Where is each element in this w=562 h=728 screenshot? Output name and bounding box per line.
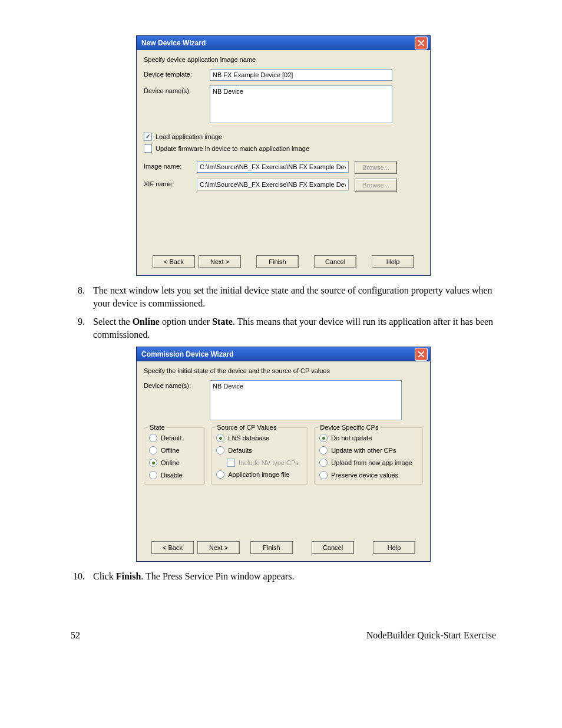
finish-button[interactable]: Finish [250, 541, 293, 554]
dialog-body: Specify device application image name De… [137, 50, 430, 275]
device-names-list[interactable]: NB Device [210, 380, 402, 420]
step-10: Click Finish. The Press Service Pin wind… [87, 570, 496, 583]
state-online-radio[interactable]: Online [149, 459, 200, 467]
step-8: The next window lets you set the initial… [87, 284, 496, 309]
instruction-text: Specify the initial state of the device … [144, 367, 423, 374]
close-icon [418, 40, 424, 46]
titlebar-text: New Device Wizard [141, 39, 206, 47]
titlebar[interactable]: Commission Device Wizard [137, 347, 430, 361]
load-app-image-checkbox[interactable]: Load application image [144, 133, 423, 141]
include-nv-checkbox: Include NV type CPs [227, 459, 303, 467]
device-names-item: NB Device [213, 88, 243, 95]
back-button[interactable]: < Back [153, 255, 195, 268]
page-number: 52 [71, 630, 80, 641]
titlebar-text: Commission Device Wizard [141, 350, 234, 358]
radio-icon [319, 446, 328, 454]
document-page: New Device Wizard Specify device applica… [0, 0, 562, 664]
close-icon [418, 351, 424, 357]
groupbox-title: Source of CP Values [215, 424, 278, 431]
radio-icon [149, 434, 157, 442]
xif-name-label: XIF name: [144, 179, 197, 187]
cps-update-other-radio[interactable]: Update with other CPs [319, 446, 418, 454]
cancel-button[interactable]: Cancel [312, 541, 354, 554]
state-offline-radio[interactable]: Offline [149, 446, 200, 454]
source-appfile-radio[interactable]: Application image file [216, 470, 303, 479]
commission-device-wizard-dialog: Commission Device Wizard Specify the ini… [136, 347, 431, 562]
device-names-label: Device name(s): [144, 380, 210, 389]
checkbox-label: Update firmware in device to match appli… [156, 145, 309, 152]
radio-icon [319, 471, 328, 479]
source-defaults-radio[interactable]: Defaults [216, 446, 303, 454]
groupbox-title: Device Specific CPs [318, 424, 380, 431]
device-template-label: Device template: [144, 69, 210, 78]
state-disable-radio[interactable]: Disable [149, 471, 200, 479]
image-name-input[interactable] [197, 161, 349, 173]
image-name-label: Image name: [144, 161, 197, 170]
state-default-radio[interactable]: Default [149, 434, 200, 442]
back-button[interactable]: < Back [151, 541, 194, 554]
new-device-wizard-dialog: New Device Wizard Specify device applica… [136, 35, 431, 276]
radio-icon [216, 434, 224, 442]
checkbox-icon [144, 133, 152, 141]
device-cps-groupbox: Device Specific CPs Do not update Update… [314, 427, 423, 485]
page-footer: 52 NodeBuilder Quick-Start Exercise [71, 630, 496, 641]
instruction-list-2: Click Finish. The Press Service Pin wind… [71, 570, 496, 583]
radio-icon [216, 470, 224, 479]
radio-icon [149, 446, 157, 454]
checkbox-icon [144, 144, 152, 153]
doc-title: NodeBuilder Quick-Start Exercise [366, 630, 496, 641]
device-names-item: NB Device [213, 383, 243, 390]
radio-icon [319, 459, 328, 467]
instruction-text: Specify device application image name [144, 56, 423, 63]
update-firmware-checkbox[interactable]: Update firmware in device to match appli… [144, 144, 423, 153]
close-button[interactable] [415, 37, 428, 50]
next-button[interactable]: Next > [197, 541, 240, 554]
next-button[interactable]: Next > [199, 255, 241, 268]
cps-preserve-radio[interactable]: Preserve device values [319, 471, 418, 479]
state-groupbox: State Default Offline Online Disable [144, 427, 205, 485]
device-template-input[interactable] [210, 69, 392, 81]
help-button[interactable]: Help [372, 255, 414, 268]
radio-icon [216, 446, 224, 454]
source-lns-radio[interactable]: LNS database [216, 434, 303, 442]
cps-upload-new-radio[interactable]: Upload from new app image [319, 459, 418, 467]
checkbox-label: Load application image [156, 133, 222, 140]
browse-xif-button[interactable]: Browse... [355, 179, 397, 192]
step-9: Select the Online option under State. Th… [87, 315, 496, 341]
finish-button[interactable]: Finish [256, 255, 299, 268]
radio-icon [149, 459, 157, 467]
cancel-button[interactable]: Cancel [314, 255, 356, 268]
xif-name-input[interactable] [197, 179, 349, 190]
dialog-body: Specify the initial state of the device … [137, 361, 430, 561]
help-button[interactable]: Help [373, 541, 415, 554]
radio-icon [319, 434, 328, 442]
checkbox-icon [227, 459, 235, 467]
device-names-label: Device name(s): [144, 85, 210, 94]
device-names-list[interactable]: NB Device [210, 85, 392, 123]
groupbox-title: State [148, 424, 167, 431]
titlebar[interactable]: New Device Wizard [137, 36, 430, 50]
close-button[interactable] [415, 348, 428, 361]
instruction-list: The next window lets you set the initial… [71, 284, 496, 341]
browse-image-button[interactable]: Browse... [355, 161, 397, 174]
cps-donot-radio[interactable]: Do not update [319, 434, 418, 442]
source-cp-groupbox: Source of CP Values LNS database Default… [211, 427, 308, 485]
radio-icon [149, 471, 157, 479]
